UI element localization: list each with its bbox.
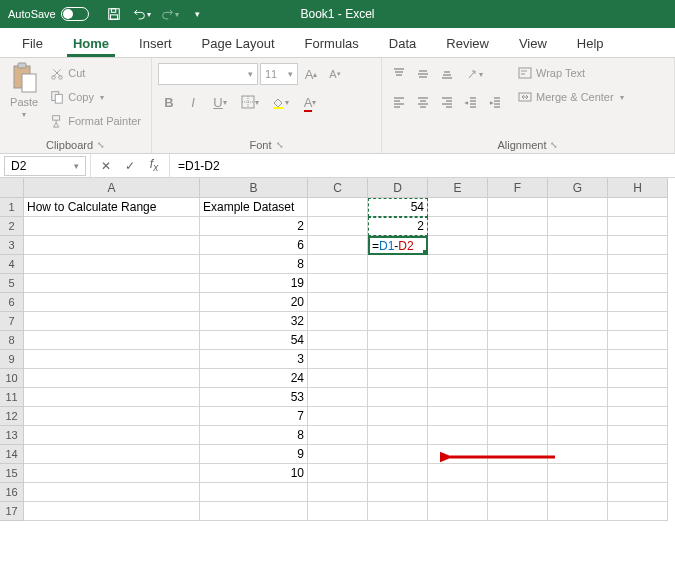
cell[interactable]: 7 [200,407,308,426]
col-header[interactable]: D [368,178,428,198]
merge-center-button[interactable]: Merge & Center▾ [514,86,628,108]
cell[interactable] [368,502,428,521]
tab-formulas[interactable]: Formulas [291,30,373,57]
row-header[interactable]: 7 [0,312,24,331]
cell[interactable] [488,198,548,217]
row-header[interactable]: 2 [0,217,24,236]
cell[interactable] [608,312,668,331]
row-header[interactable]: 10 [0,369,24,388]
col-header[interactable]: G [548,178,608,198]
cell[interactable] [608,198,668,217]
cell[interactable]: 8 [200,255,308,274]
cell[interactable] [608,255,668,274]
row-header[interactable]: 5 [0,274,24,293]
row-header[interactable]: 12 [0,407,24,426]
cell[interactable] [608,464,668,483]
cell[interactable] [428,502,488,521]
cell[interactable] [368,293,428,312]
cell[interactable] [368,312,428,331]
cell[interactable] [608,236,668,255]
cell[interactable] [488,274,548,293]
row-header[interactable]: 11 [0,388,24,407]
cell[interactable] [608,293,668,312]
decrease-indent-icon[interactable] [460,91,482,113]
cell[interactable]: 19 [200,274,308,293]
cell[interactable] [24,331,200,350]
redo-icon[interactable]: ▾ [161,5,179,23]
cell[interactable] [24,483,200,502]
align-center-icon[interactable] [412,91,434,113]
font-color-icon[interactable]: A▾ [296,91,324,113]
col-header[interactable]: F [488,178,548,198]
cell[interactable] [308,293,368,312]
cell[interactable] [308,407,368,426]
cell[interactable] [308,426,368,445]
cell[interactable] [608,502,668,521]
cell[interactable] [428,236,488,255]
tab-file[interactable]: File [8,30,57,57]
cell[interactable]: =D1-D2 [368,236,428,255]
cell[interactable] [428,369,488,388]
cell[interactable] [548,464,608,483]
cell[interactable]: 32 [200,312,308,331]
cell[interactable] [308,274,368,293]
row-header[interactable]: 15 [0,464,24,483]
row-header[interactable]: 9 [0,350,24,369]
cell[interactable] [488,502,548,521]
cell[interactable] [488,426,548,445]
cell[interactable]: 10 [200,464,308,483]
tab-page-layout[interactable]: Page Layout [188,30,289,57]
cell[interactable] [428,426,488,445]
cell[interactable]: 9 [200,445,308,464]
cell[interactable] [488,369,548,388]
cell[interactable] [548,293,608,312]
row-header[interactable]: 17 [0,502,24,521]
cell[interactable] [428,198,488,217]
cell[interactable] [428,293,488,312]
font-family-select[interactable]: ▾ [158,63,258,85]
cell[interactable] [548,236,608,255]
increase-indent-icon[interactable] [484,91,506,113]
cell[interactable] [548,350,608,369]
cell[interactable]: 2 [200,217,308,236]
cell[interactable]: Example Dataset [200,198,308,217]
cell[interactable] [24,350,200,369]
cell[interactable] [24,388,200,407]
cell[interactable] [308,312,368,331]
cell[interactable] [308,445,368,464]
cell[interactable] [428,217,488,236]
cell[interactable] [368,445,428,464]
cell[interactable] [488,483,548,502]
wrap-text-button[interactable]: Wrap Text [514,62,628,84]
tab-view[interactable]: View [505,30,561,57]
select-all-corner[interactable] [0,178,24,198]
cut-button[interactable]: Cut [46,62,145,84]
cell[interactable] [368,388,428,407]
save-icon[interactable] [105,5,123,23]
cell[interactable] [308,464,368,483]
row-header[interactable]: 14 [0,445,24,464]
cell[interactable] [428,464,488,483]
cell[interactable] [24,464,200,483]
cell[interactable]: 2 [368,217,428,236]
cell[interactable] [608,331,668,350]
cell[interactable]: 6 [200,236,308,255]
cell[interactable] [608,426,668,445]
cell[interactable] [488,407,548,426]
fill-color-icon[interactable]: ▾ [266,91,294,113]
cell[interactable] [368,464,428,483]
cell[interactable] [24,274,200,293]
cell[interactable] [308,350,368,369]
orientation-icon[interactable]: ▾ [460,63,488,85]
cell[interactable] [488,388,548,407]
cell[interactable] [428,312,488,331]
cell[interactable] [308,236,368,255]
tab-help[interactable]: Help [563,30,618,57]
col-header[interactable]: B [200,178,308,198]
cell[interactable] [548,426,608,445]
cell[interactable] [368,369,428,388]
cell[interactable] [548,198,608,217]
cell[interactable] [308,483,368,502]
cell[interactable] [24,236,200,255]
cell[interactable] [308,198,368,217]
